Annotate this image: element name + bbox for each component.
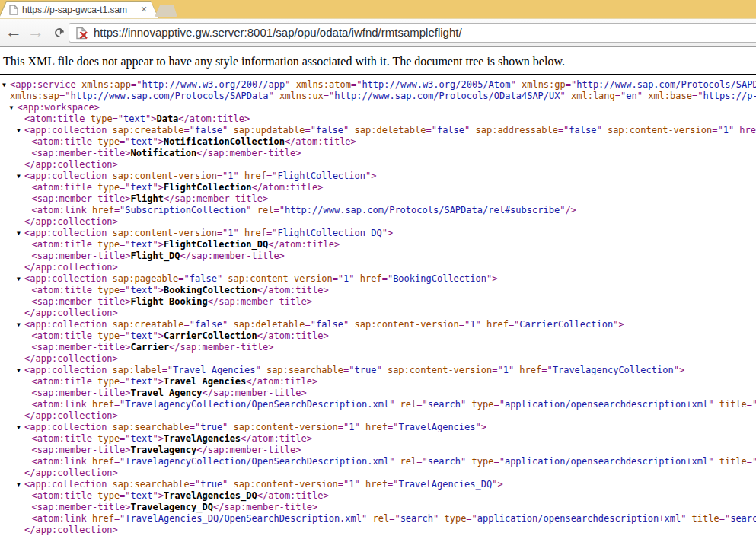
xml-line: </app:collection> xyxy=(0,216,756,228)
attribute-name: xml:base xyxy=(648,91,692,101)
tag-text: <sap:member-title> xyxy=(32,388,131,398)
tag-text: </sap:member-title> xyxy=(196,148,301,158)
attribute-name: href xyxy=(92,513,114,524)
collapse-arrow-icon[interactable]: ▼ xyxy=(17,125,24,136)
xml-line: </app:collection> xyxy=(0,262,756,273)
attribute-value: search xyxy=(428,456,461,467)
attribute-value: http://www.w3.org/2005/Atom xyxy=(362,79,510,90)
tag-text xyxy=(466,456,471,467)
tag-text: </atom:title> xyxy=(246,376,317,387)
attribute-value: text xyxy=(123,113,145,124)
collapse-arrow-icon[interactable]: ▼ xyxy=(17,479,24,490)
tag-text: =" xyxy=(184,319,195,330)
tag-text: <app:collection xyxy=(24,171,113,181)
collapse-arrow-icon[interactable]: ▼ xyxy=(17,171,24,182)
tag-text: <atom:title xyxy=(32,490,98,501)
attribute-value: FlightCollection xyxy=(277,171,365,181)
tag-text: </sap:member-title> xyxy=(169,342,273,353)
tag-text: =" xyxy=(114,513,125,524)
xml-line: <sap:member-title>Travelagency</sap:memb… xyxy=(0,445,756,456)
address-bar[interactable]: https://innovapptive.gw.server:8001/sap/… xyxy=(69,23,756,43)
tag-text: " xyxy=(560,91,566,101)
attribute-name: sap:pageable xyxy=(113,273,179,284)
tag-text: </atom:title> xyxy=(285,136,356,147)
xml-line: <atom:title type="text">Data</atom:title… xyxy=(0,113,756,125)
attribute-value: text xyxy=(131,239,153,250)
attribute-name: href xyxy=(92,456,114,467)
tag-text xyxy=(566,91,571,101)
back-button[interactable]: ← xyxy=(3,19,24,46)
tag-text: </app:collection> xyxy=(24,467,118,478)
attribute-value: http://www.sap.com/Protocols/SAPData/rel… xyxy=(285,205,560,215)
collapse-arrow-icon[interactable]: ▼ xyxy=(17,365,24,376)
tag-text: " xyxy=(637,91,643,101)
ssl-error-icon[interactable] xyxy=(75,27,88,40)
collapse-arrow-icon[interactable]: ▼ xyxy=(17,422,24,433)
tag-text: =" xyxy=(509,319,519,330)
tag-text xyxy=(239,171,244,181)
tag-text: " xyxy=(476,422,481,432)
tag-text: </sap:member-title> xyxy=(164,193,268,204)
tag-text: > xyxy=(679,365,684,375)
tag-text xyxy=(466,399,471,410)
browser-tab[interactable]: https://p-sap-gwca-t1.sam × xyxy=(0,2,158,18)
attribute-name: sap:content-version xyxy=(113,228,217,238)
tag-text: <atom:title xyxy=(32,433,98,444)
xml-line: <atom:title type="text">FlightCollection… xyxy=(0,182,756,193)
tag-text: </app:collection> xyxy=(24,216,118,227)
tag-text: > xyxy=(158,376,164,387)
attribute-name: xmlns:gp xyxy=(522,79,566,90)
text-node: Travelagency xyxy=(131,445,197,455)
tag-text: " xyxy=(355,422,360,432)
text-node: Travel Agency xyxy=(131,388,203,398)
attribute-value: false xyxy=(195,319,222,330)
collapse-arrow-icon[interactable]: ▼ xyxy=(17,228,24,239)
attribute-name: href xyxy=(244,171,266,181)
tag-text xyxy=(355,273,360,284)
tag-text: > xyxy=(388,228,393,238)
attribute-name: sap:deletable xyxy=(234,319,305,330)
tag-text: =" xyxy=(493,399,504,410)
tag-text: =" xyxy=(217,228,228,238)
attribute-value: false xyxy=(437,125,464,136)
tag-text: " xyxy=(152,182,158,193)
xml-line: ▼<app:collection sap:pageable="false" sa… xyxy=(0,273,756,285)
attribute-name: sap:content-version xyxy=(228,273,332,284)
text-node: Flight xyxy=(131,193,164,204)
tag-text: <atom:title xyxy=(32,330,98,341)
tag-text: =" xyxy=(305,125,315,136)
text-node: BookingCollection xyxy=(164,285,257,295)
tag-text: <atom:link xyxy=(32,456,92,467)
attribute-value: false xyxy=(195,125,222,136)
tag-text xyxy=(686,513,691,524)
attribute-name: href xyxy=(486,319,509,330)
xml-no-style-message: This XML file does not appear to have an… xyxy=(3,55,754,69)
tag-text: > xyxy=(158,182,164,193)
attribute-name: href xyxy=(360,273,382,284)
reload-button[interactable] xyxy=(49,19,70,46)
tag-text: <atom:link xyxy=(32,513,92,524)
collapse-arrow-icon[interactable]: ▼ xyxy=(10,102,18,113)
attribute-name: xmlns:sap xyxy=(10,91,59,101)
attribute-name: type xyxy=(97,330,120,341)
attribute-value: text xyxy=(131,285,153,295)
collapse-arrow-icon[interactable]: ▼ xyxy=(17,319,24,330)
collapse-arrow-icon[interactable]: ▼ xyxy=(2,79,10,91)
tag-text: > xyxy=(497,479,502,490)
text-node: TravelAgencies xyxy=(164,433,241,444)
xml-line: </app:collection> xyxy=(0,308,756,319)
new-tab-button[interactable] xyxy=(155,5,177,17)
tag-text: > xyxy=(158,239,164,250)
xml-line: </app:collection> xyxy=(0,159,756,171)
tag-text: </atom:title> xyxy=(178,113,250,124)
tag-text: <app:collection xyxy=(24,422,113,432)
text-node: Travel Agencies xyxy=(164,376,246,387)
tag-text: " xyxy=(152,285,158,295)
attribute-value: 1 xyxy=(228,171,233,181)
collapse-arrow-icon[interactable]: ▼ xyxy=(17,273,24,285)
forward-button[interactable]: → xyxy=(25,19,46,46)
xml-line: <atom:link href="TravelAgencies_DQ/OpenS… xyxy=(0,513,756,525)
tag-text: <app:collection xyxy=(24,365,113,375)
tab-close-icon[interactable]: × xyxy=(137,2,151,18)
tag-text: <sap:member-title> xyxy=(32,502,131,512)
